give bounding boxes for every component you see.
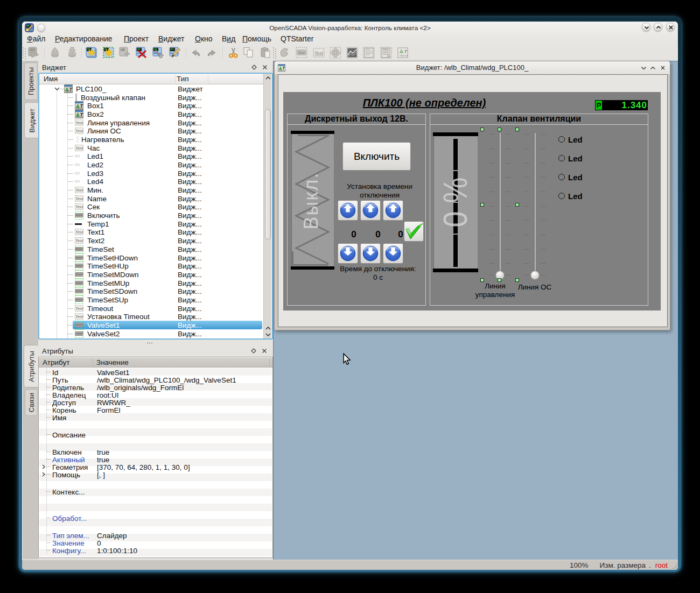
svg-text:Text: Text xyxy=(75,314,83,319)
svg-text:Text: Text xyxy=(75,146,83,151)
svg-text:Text: Text xyxy=(75,306,83,311)
svg-text:Values: Values xyxy=(400,54,409,57)
svg-text:Text: Text xyxy=(75,188,83,193)
svg-text:Values: Values xyxy=(65,90,73,93)
svg-text:Text: Text xyxy=(75,230,83,235)
svg-text:Enter: Enter xyxy=(299,52,305,54)
svg-text:Text: Text xyxy=(314,51,324,56)
svg-text:Text: Text xyxy=(75,196,83,201)
svg-text:Text: Text xyxy=(75,129,83,133)
svg-text:Text: Text xyxy=(75,238,83,243)
svg-text:Text: Text xyxy=(75,121,83,125)
svg-text:Text: Text xyxy=(75,204,83,209)
